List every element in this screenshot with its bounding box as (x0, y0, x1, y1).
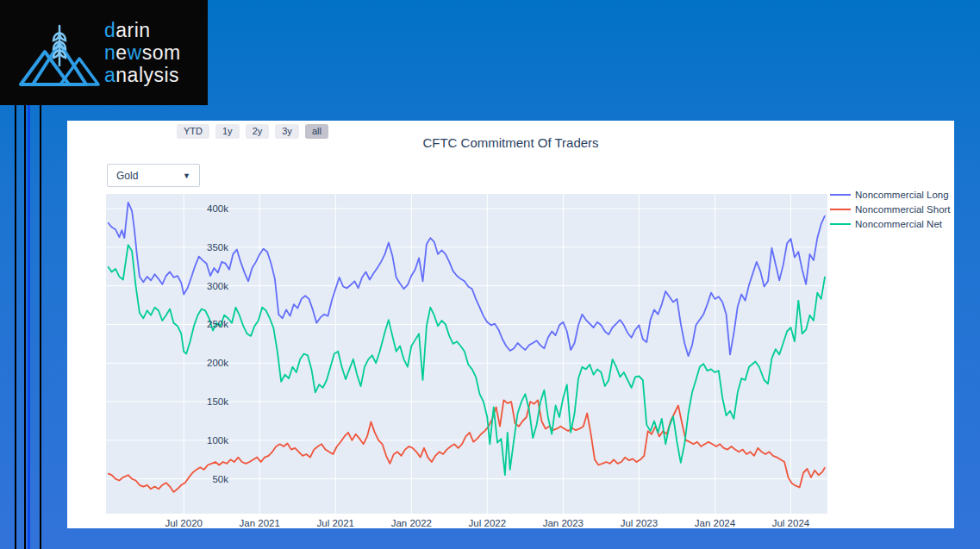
x-tick-label: Jan 2024 (695, 518, 735, 528)
y-tick-label: 50k (212, 474, 228, 484)
brand-logo: darinnewsomanalysis (0, 0, 208, 105)
legend-line-swatch (830, 223, 851, 225)
y-tick-label: 200k (207, 358, 228, 368)
y-tick-label: 250k (207, 319, 228, 329)
y-tick-label: 150k (207, 396, 228, 407)
legend-label: Noncommercial Long (855, 190, 949, 200)
legend-label: Noncommercial Net (855, 219, 942, 229)
chart-panel: YTD1y2y3yall CFTC Commitment Of Traders … (67, 121, 954, 528)
vertical-stripe (28, 105, 30, 549)
y-tick-label: 300k (207, 281, 228, 291)
legend-line-swatch (830, 194, 851, 196)
commodity-dropdown-value: Gold (116, 170, 138, 182)
chevron-down-icon: ▼ (183, 172, 190, 180)
x-tick-label: Jul 2023 (621, 518, 658, 528)
series-line[interactable] (108, 203, 825, 356)
commodity-dropdown[interactable]: Gold ▼ (107, 164, 200, 187)
x-tick-label: Jul 2024 (772, 518, 809, 528)
x-tick-label: Jul 2021 (317, 518, 354, 528)
wordmark-line: newsom (104, 41, 181, 64)
x-tick-label: Jul 2022 (469, 518, 506, 528)
wordmark-line: darin (104, 19, 181, 41)
legend-label: Noncommercial Short (855, 204, 951, 215)
x-tick-label: Jan 2022 (391, 518, 432, 528)
vertical-stripe (24, 105, 26, 549)
legend-item[interactable]: Noncommercial Net (830, 216, 951, 231)
brand-wordmark: darinnewsomanalysis (104, 19, 181, 86)
y-tick-label: 400k (207, 203, 228, 214)
desktop-background: { "logo": { "lines": [ [{"t":"d","accent… (0, 0, 980, 549)
vertical-stripe (40, 105, 41, 549)
wordmark-line: analysis (104, 64, 181, 86)
x-tick-label: Jan 2023 (543, 518, 584, 528)
chart-title: CFTC Commitment Of Traders (67, 135, 954, 150)
mountains-wheat-icon (7, 12, 100, 93)
legend: Noncommercial LongNoncommercial ShortNon… (830, 187, 951, 231)
legend-line-swatch (830, 209, 851, 210)
vertical-stripe (15, 105, 16, 549)
legend-item[interactable]: Noncommercial Short (830, 202, 951, 216)
x-tick-label: Jul 2020 (165, 518, 202, 528)
legend-item[interactable]: Noncommercial Long (830, 187, 951, 202)
y-tick-label: 100k (207, 435, 228, 446)
y-tick-label: 350k (207, 242, 228, 253)
x-tick-label: Jan 2021 (240, 518, 280, 528)
